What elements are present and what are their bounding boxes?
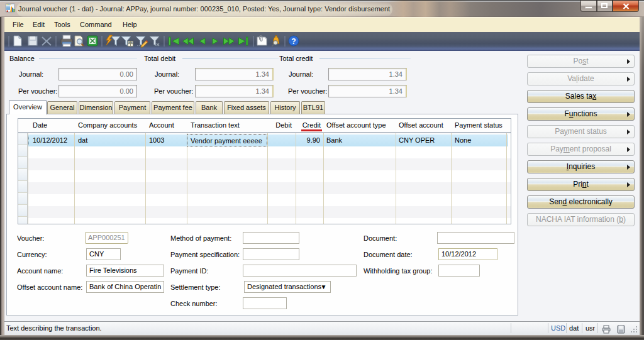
svg-text:?: ? bbox=[291, 37, 296, 46]
